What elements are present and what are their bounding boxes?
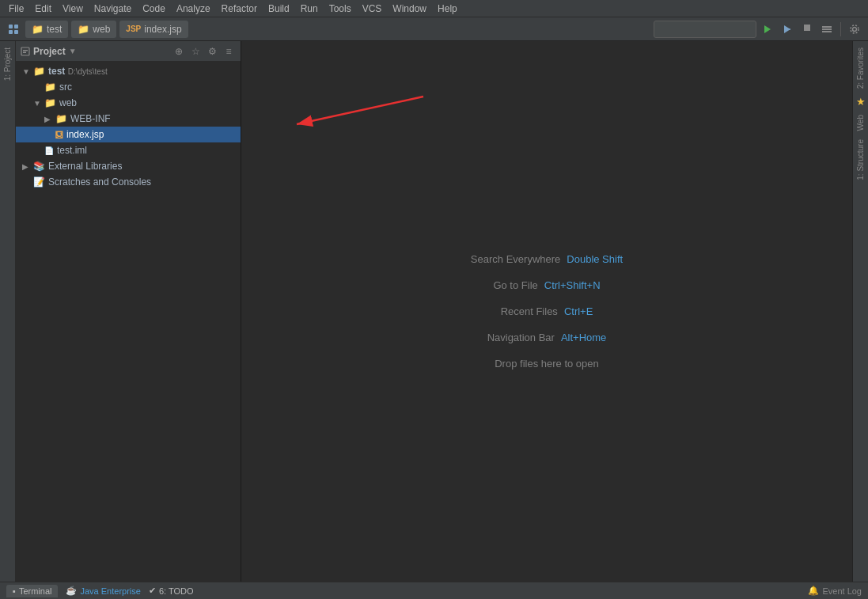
panel-add-btn[interactable]: ⊕ — [172, 44, 186, 59]
tree-label-webinf: WEB-INF — [70, 113, 111, 124]
tree-item-testiml[interactable]: 📄 test.iml — [16, 142, 241, 158]
java-icon: ☕ — [66, 586, 77, 596]
debug-btn[interactable] — [779, 21, 796, 38]
favorites-star-icon[interactable]: ★ — [856, 93, 866, 110]
svg-rect-10 — [822, 26, 832, 28]
hint-nav-shortcut: Alt+Home — [561, 332, 606, 343]
favorites-label[interactable]: 2: Favorites — [855, 44, 866, 92]
tree-item-webinf[interactable]: ▶ 📁 WEB-INF — [16, 111, 241, 127]
run-config-input[interactable] — [654, 21, 756, 38]
tree-item-src[interactable]: 📁 src — [16, 79, 241, 95]
hint-nav-label: Navigation Bar — [487, 332, 555, 343]
panel-actions: ⊕ ☆ ⚙ ≡ — [172, 44, 236, 59]
panel-title-text: Project — [33, 46, 66, 57]
panel-menu-btn[interactable]: ≡ — [222, 44, 236, 59]
svg-rect-0 — [9, 25, 13, 28]
todo-icon: ✔ — [149, 586, 156, 596]
file-icon: JSP — [126, 25, 141, 33]
tree-item-indexjsp[interactable]: ⛾ index.jsp — [16, 127, 241, 142]
terminal-tab[interactable]: ▪ Terminal — [6, 585, 58, 597]
hint-recent-shortcut: Ctrl+E — [564, 305, 593, 317]
web-folder-icon: 📁 — [78, 24, 89, 35]
status-bar: ▪ Terminal ☕ Java Enterprise ✔ 6: TODO 🔔… — [0, 582, 868, 599]
toolbar-separator — [840, 22, 841, 36]
folder-orange-icon: 📁 — [33, 66, 45, 77]
svg-marker-4 — [764, 25, 771, 33]
tree-label-src: src — [59, 82, 72, 93]
stop-btn[interactable] — [798, 21, 816, 38]
tree-label-scratches: Scratches and Consoles — [48, 176, 151, 188]
menu-build[interactable]: Build — [263, 2, 295, 16]
structure-label[interactable]: 1: Structure — [855, 136, 866, 184]
panel-star-btn[interactable]: ☆ — [188, 44, 203, 59]
run-btn[interactable] — [759, 21, 776, 38]
menu-bar: File Edit View Navigate Code Analyze Ref… — [0, 0, 868, 17]
project-strip-label[interactable]: 1: Project — [2, 41, 13, 87]
hint-recent-files: Recent Files Ctrl+E — [501, 305, 593, 317]
menu-run[interactable]: Run — [295, 2, 324, 16]
toolbar: 📁 test 📁 web JSP index.jsp — [0, 17, 868, 41]
panel-title: Project ▼ — [21, 46, 169, 57]
menu-edit[interactable]: Edit — [29, 2, 57, 16]
tree-item-test-root[interactable]: ▼ 📁 test D:\dyts\test — [16, 63, 241, 79]
tree-item-extlib[interactable]: ▶ 📚 External Libraries — [16, 158, 241, 174]
tree-arrow-web: ▼ — [33, 99, 44, 108]
hint-goto-label: Go to File — [493, 279, 537, 291]
menu-refactor[interactable]: Refactor — [216, 2, 263, 16]
hint-search-shortcut: Double Shift — [567, 253, 623, 265]
panel-gear-btn[interactable]: ⚙ — [205, 44, 219, 59]
project-tab[interactable]: 📁 test — [25, 21, 68, 38]
java-enterprise-tab[interactable]: ☕ Java Enterprise — [66, 586, 140, 596]
bell-icon: 🔔 — [808, 586, 819, 596]
hint-search-label: Search Everywhere — [471, 253, 560, 265]
folder-icon-web: 📁 — [44, 97, 56, 108]
menu-tools[interactable]: Tools — [324, 2, 357, 16]
tree-arrow-extlib: ▶ — [22, 162, 33, 171]
editor-area: Search Everywhere Double Shift Go to Fil… — [241, 41, 852, 582]
todo-label: 6: TODO — [159, 586, 194, 596]
tree-item-web[interactable]: ▼ 📁 web — [16, 95, 241, 111]
file-tab[interactable]: JSP index.jsp — [119, 21, 188, 38]
menu-file[interactable]: File — [3, 2, 29, 16]
svg-rect-14 — [23, 50, 28, 51]
tree-label-extlib: External Libraries — [48, 161, 122, 172]
web-label[interactable]: Web — [855, 112, 866, 134]
todo-tab[interactable]: ✔ 6: TODO — [149, 586, 194, 596]
svg-rect-1 — [14, 25, 18, 28]
scratch-icon: 📝 — [33, 176, 45, 188]
svg-rect-3 — [14, 30, 18, 34]
web-tab[interactable]: 📁 web — [71, 21, 116, 38]
toolbar-icon-btn[interactable] — [5, 21, 22, 38]
terminal-icon: ▪ — [13, 586, 16, 596]
hint-goto-shortcut: Ctrl+Shift+N — [544, 279, 601, 291]
menu-code[interactable]: Code — [137, 2, 171, 16]
toolbar-right — [654, 21, 863, 38]
menu-navigate[interactable]: Navigate — [89, 2, 137, 16]
tree-label-test: test D:\dyts\test — [48, 66, 108, 77]
event-log-label: Event Log — [822, 586, 862, 596]
build-btn[interactable] — [818, 21, 836, 38]
svg-point-12 — [851, 25, 859, 33]
tree-label-testiml: test.iml — [57, 145, 87, 156]
svg-rect-8 — [822, 28, 832, 30]
jsp-file-icon: ⛾ — [55, 131, 63, 139]
panel-dropdown-arrow[interactable]: ▼ — [69, 47, 77, 55]
main-layout: 1: Project Project ▼ ⊕ ☆ ⚙ ≡ ▼ 📁 te — [0, 41, 868, 582]
menu-vcs[interactable]: VCS — [357, 2, 388, 16]
menu-analyze[interactable]: Analyze — [171, 2, 216, 16]
folder-icon-src: 📁 — [44, 82, 56, 93]
hint-nav-bar: Navigation Bar Alt+Home — [487, 332, 607, 343]
iml-file-icon: 📄 — [44, 146, 54, 155]
menu-view[interactable]: View — [57, 2, 89, 16]
settings-btn[interactable] — [846, 21, 863, 38]
tree-label-web: web — [59, 97, 77, 108]
left-side-strip: 1: Project — [0, 41, 16, 582]
menu-help[interactable]: Help — [432, 2, 463, 16]
tree-item-scratches[interactable]: 📝 Scratches and Consoles — [16, 174, 241, 190]
event-log-item[interactable]: 🔔 Event Log — [808, 586, 862, 596]
menu-window[interactable]: Window — [387, 2, 432, 16]
java-label: Java Enterprise — [80, 586, 140, 596]
favorites-strip: 2: Favorites ★ Web 1: Structure — [852, 41, 868, 582]
project-panel: Project ▼ ⊕ ☆ ⚙ ≡ ▼ 📁 test D:\dyts\test — [16, 41, 241, 582]
project-icon — [21, 47, 30, 56]
